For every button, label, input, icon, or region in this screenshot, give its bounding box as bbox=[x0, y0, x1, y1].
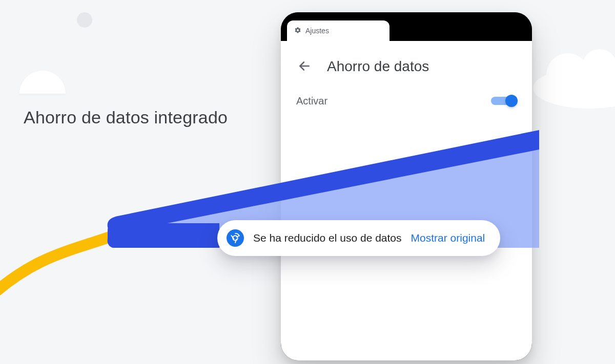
decorative-sunrise bbox=[19, 71, 66, 94]
decorative-yellow-curve bbox=[0, 225, 149, 307]
toggle-label: Activar bbox=[296, 95, 327, 107]
stat-saved: 13,78 MB ahorrados bbox=[364, 358, 435, 360]
show-original-link[interactable]: Mostrar original bbox=[411, 232, 485, 244]
data-saver-toggle[interactable] bbox=[491, 93, 518, 109]
settings-header: Ahorro de datos bbox=[281, 41, 532, 86]
stats-row: 16,45 MB usados 13,78 MB ahorrados bbox=[281, 358, 532, 360]
browser-tab-ajustes[interactable]: Ajustes bbox=[287, 20, 389, 41]
stat-saved-value: 13,78 bbox=[364, 358, 435, 360]
browser-tab-strip: Ajustes bbox=[281, 12, 532, 41]
chrome-icon bbox=[227, 229, 244, 247]
data-saver-toggle-row: Activar bbox=[281, 86, 532, 116]
page-title: Ahorro de datos bbox=[327, 58, 429, 75]
marketing-headline: Ahorro de datos integrado bbox=[24, 108, 228, 127]
decorative-dot bbox=[77, 12, 92, 28]
data-reduced-banner: Se ha reducido el uso de datos Mostrar o… bbox=[217, 220, 500, 256]
stat-used: 16,45 MB usados bbox=[296, 358, 354, 360]
phone-mockup: Ajustes Ahorro de datos Activar bbox=[281, 12, 532, 364]
toggle-thumb bbox=[505, 95, 518, 107]
back-button[interactable] bbox=[296, 58, 313, 75]
settings-screen: Ahorro de datos Activar 16,45 MB usados … bbox=[281, 41, 532, 360]
stat-used-value: 16,45 bbox=[296, 358, 354, 360]
savings-chart bbox=[281, 120, 532, 227]
browser-tab-label: Ajustes bbox=[305, 27, 329, 35]
gear-icon bbox=[294, 27, 301, 35]
banner-message: Se ha reducido el uso de datos bbox=[253, 232, 402, 244]
svg-point-1 bbox=[546, 53, 589, 96]
arrow-left-icon bbox=[298, 59, 311, 74]
